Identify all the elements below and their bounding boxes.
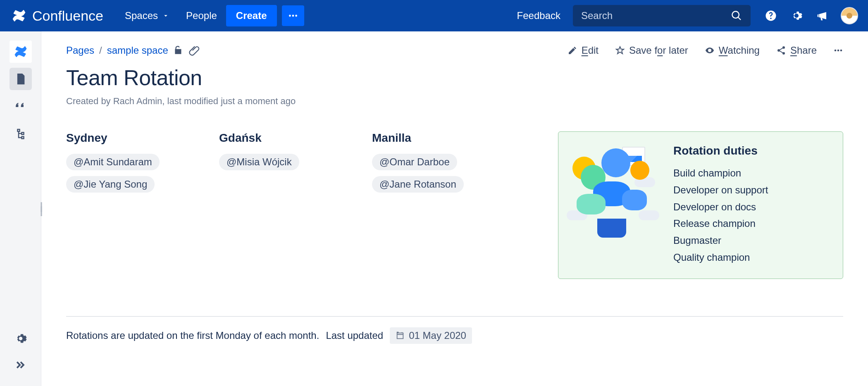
watching-action[interactable]: Watching: [705, 45, 760, 56]
confluence-logo-icon: [12, 8, 26, 23]
user-mention[interactable]: @Amit Sundaram: [66, 154, 160, 170]
gear-icon: [14, 332, 27, 345]
edit-label: Edit: [582, 45, 599, 56]
search-input[interactable]: [581, 10, 731, 21]
duty-item: Developer on support: [673, 182, 768, 199]
space-logo[interactable]: [10, 41, 32, 63]
duty-item: Release champion: [673, 215, 768, 232]
shell: ┃┃ Pages / sample space: [0, 31, 868, 386]
share-label: Share: [790, 45, 817, 56]
sidebar-resize-handle[interactable]: ┃┃: [39, 205, 44, 213]
page-actions: Edit Save for later Watching Share: [568, 45, 843, 56]
date-value: 01 May 2020: [409, 330, 466, 341]
eye-icon: [705, 45, 715, 55]
ellipsis-icon: [833, 45, 843, 55]
svg-point-1: [292, 15, 294, 17]
duties-list: Build champion Developer on support Deve…: [673, 165, 768, 266]
info-panel: Rotation duties Build champion Developer…: [558, 131, 843, 279]
save-label: Save for later: [629, 45, 688, 56]
svg-point-6: [835, 50, 837, 52]
notifications-button[interactable]: [812, 5, 832, 26]
svg-point-7: [837, 50, 839, 52]
column-manilla: Manilla @Omar Darboe @Jane Rotanson: [372, 131, 521, 198]
svg-point-0: [289, 15, 291, 17]
rail-space-settings[interactable]: [10, 327, 32, 350]
duty-item: Bugmaster: [673, 232, 768, 249]
panel-body: Rotation duties Build champion Developer…: [673, 144, 768, 266]
gear-icon: [790, 10, 803, 22]
share-action[interactable]: Share: [776, 45, 817, 56]
hierarchy-icon: [14, 127, 27, 140]
date-chip[interactable]: 01 May 2020: [390, 327, 472, 344]
search-box[interactable]: [573, 5, 751, 26]
rail-tree[interactable]: [10, 122, 32, 145]
confluence-mark-icon: [14, 45, 28, 59]
user-mention[interactable]: @Jane Rotanson: [372, 176, 464, 193]
breadcrumb-pages[interactable]: Pages: [66, 45, 94, 56]
calendar-icon: [396, 331, 405, 340]
quote-icon: [14, 100, 27, 112]
unlocked-icon: [173, 45, 184, 56]
user-mention[interactable]: @Omar Darboe: [372, 154, 457, 170]
page-content: Sydney @Amit Sundaram @Jie Yang Song Gda…: [66, 131, 843, 279]
ellipsis-icon: [288, 10, 298, 21]
share-icon: [776, 45, 786, 55]
breadcrumb-space[interactable]: sample space: [107, 45, 168, 56]
user-mention[interactable]: @Misia Wójcik: [219, 154, 299, 170]
settings-button[interactable]: [786, 5, 807, 26]
help-button[interactable]: [761, 5, 781, 26]
page-title: Team Rotation: [66, 65, 843, 90]
watching-label: Watching: [719, 45, 760, 56]
star-icon: [615, 45, 625, 55]
user-mention[interactable]: @Jie Yang Song: [66, 176, 155, 193]
column-gdansk: Gdańsk @Misia Wójcik: [219, 131, 368, 198]
page-main: Pages / sample space Edit Save for later: [41, 31, 868, 386]
search-icon: [731, 10, 742, 21]
global-nav: Confluence Spaces People Create Feedback: [0, 0, 868, 31]
save-for-later-action[interactable]: Save for later: [615, 45, 688, 56]
page-byline: Created by Rach Admin, last modified jus…: [66, 96, 843, 107]
column-sydney: Sydney @Amit Sundaram @Jie Yang Song: [66, 131, 215, 198]
rail-pages[interactable]: [10, 68, 32, 90]
duty-item: Developer on docs: [673, 199, 768, 216]
edit-action[interactable]: Edit: [568, 45, 599, 56]
nav-items: Spaces People Create: [117, 5, 304, 26]
create-button[interactable]: Create: [226, 5, 277, 26]
column-heading: Gdańsk: [219, 131, 368, 145]
duty-item: Quality champion: [673, 249, 768, 266]
footer-row: Rotations are updated on the first Monda…: [66, 327, 843, 344]
brand[interactable]: Confluence: [12, 8, 103, 24]
nav-spaces-label: Spaces: [125, 10, 158, 21]
page-more-actions[interactable]: [833, 45, 843, 55]
rotation-columns: Sydney @Amit Sundaram @Jie Yang Song Gda…: [66, 131, 550, 198]
rail-expand[interactable]: [10, 354, 32, 376]
panel-illustration: [572, 144, 659, 239]
bell-icon: [816, 10, 828, 22]
column-heading: Manilla: [372, 131, 521, 145]
rail-blog[interactable]: [10, 95, 32, 117]
left-sidebar: ┃┃: [0, 31, 41, 386]
duty-item: Build champion: [673, 165, 768, 182]
nav-more-button[interactable]: [282, 5, 304, 26]
breadcrumb-separator: /: [99, 45, 102, 56]
help-icon: [765, 10, 777, 22]
nav-people-label: People: [186, 10, 217, 21]
pencil-icon: [568, 45, 577, 55]
breadcrumb: Pages / sample space: [66, 45, 200, 56]
nav-people[interactable]: People: [179, 6, 224, 26]
divider: [66, 316, 843, 317]
attachments-button[interactable]: [189, 45, 200, 56]
chevron-double-right-icon: [14, 359, 27, 371]
attachment-icon: [189, 45, 200, 56]
page-icon: [14, 73, 27, 85]
profile-avatar[interactable]: [841, 7, 858, 24]
chevron-down-icon: [162, 12, 169, 19]
nav-spaces[interactable]: Spaces: [117, 6, 177, 26]
feedback-link[interactable]: Feedback: [517, 10, 560, 21]
svg-point-8: [840, 50, 842, 52]
svg-point-2: [295, 15, 297, 17]
page-header: Pages / sample space Edit Save for later: [66, 45, 843, 56]
footer-note: Rotations are updated on the first Monda…: [66, 330, 319, 341]
brand-name: Confluence: [32, 8, 103, 24]
restrictions-button[interactable]: [173, 45, 184, 56]
